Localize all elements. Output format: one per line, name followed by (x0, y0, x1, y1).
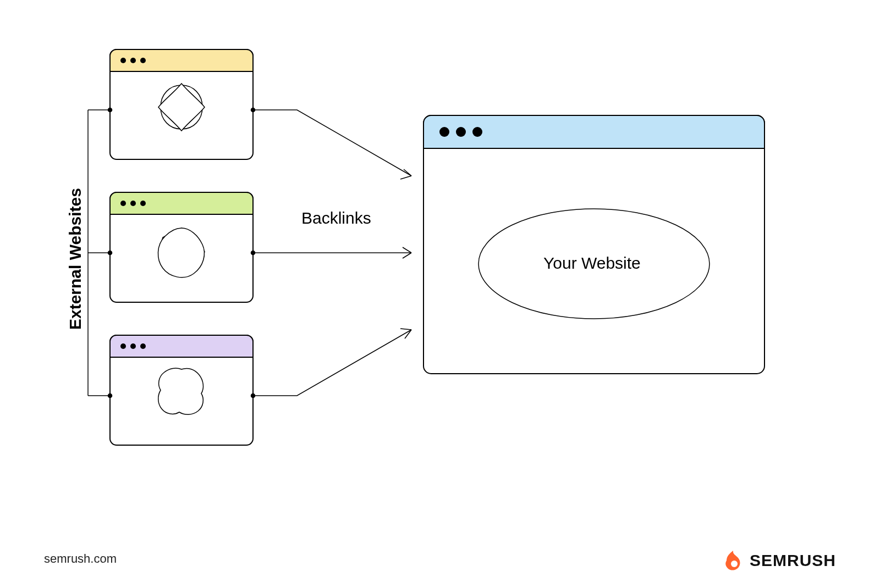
svg-point-22 (108, 394, 112, 398)
svg-point-11 (140, 343, 146, 349)
svg-point-2 (130, 58, 136, 63)
svg-point-14 (456, 127, 466, 137)
brand-logo: SEMRUSH (722, 550, 836, 572)
left-bracket (88, 108, 112, 398)
svg-point-13 (439, 127, 449, 137)
svg-point-6 (130, 201, 136, 206)
svg-point-10 (130, 343, 136, 349)
external-window-2 (110, 192, 253, 302)
svg-point-5 (120, 201, 126, 206)
target-window (424, 115, 765, 374)
external-window-3 (110, 335, 253, 445)
backlink-arrows (251, 108, 412, 398)
svg-point-1 (120, 58, 126, 63)
footer-url: semrush.com (44, 552, 117, 566)
your-website-label: Your Website (543, 254, 641, 273)
external-websites-label: External Websites (66, 188, 85, 330)
blob-icon (158, 368, 204, 414)
diagram-canvas: External Websites Backlinks Your Website… (0, 0, 880, 588)
svg-point-7 (140, 201, 146, 206)
svg-point-9 (120, 343, 126, 349)
svg-point-3 (140, 58, 146, 63)
brand-wordmark: SEMRUSH (750, 551, 836, 570)
svg-point-27 (731, 561, 738, 567)
flame-icon (722, 550, 744, 572)
svg-point-21 (108, 251, 112, 255)
external-window-1 (110, 49, 253, 159)
svg-point-20 (108, 108, 112, 112)
backlinks-diagram (0, 0, 880, 588)
backlinks-label: Backlinks (301, 209, 371, 228)
svg-point-15 (472, 127, 482, 137)
